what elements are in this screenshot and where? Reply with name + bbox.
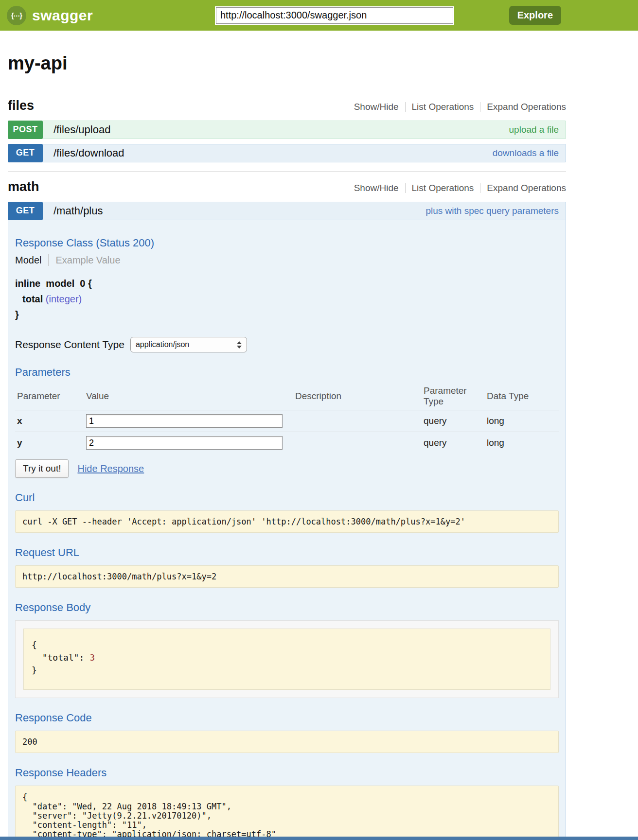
model-property: total (integer) bbox=[22, 291, 559, 307]
request-url-heading: Request URL bbox=[15, 546, 559, 559]
col-description: Description bbox=[293, 383, 422, 410]
param-description bbox=[293, 432, 422, 454]
operation-row-get-math-plus[interactable]: GET /math/plus plus with spec query para… bbox=[8, 202, 566, 220]
math-section-header: math Show/Hide List Operations Expand Op… bbox=[8, 179, 566, 194]
endpoint-path[interactable]: /math/plus bbox=[53, 205, 103, 217]
json-number-value: 3 bbox=[89, 652, 95, 663]
operation-detail-panel: Response Class (Status 200) Model Exampl… bbox=[8, 220, 566, 840]
headers-line: "date": "Wed, 22 Aug 2018 18:49:13 GMT", bbox=[22, 802, 231, 811]
model-close-brace: } bbox=[15, 307, 559, 322]
endpoint-summary[interactable]: upload a file bbox=[509, 124, 559, 135]
select-arrows-icon bbox=[237, 341, 242, 349]
section-title-math: math bbox=[8, 179, 39, 194]
response-content-type-select[interactable]: application/json bbox=[130, 337, 247, 352]
headers-line: { bbox=[22, 792, 27, 802]
response-code-block: 200 bbox=[15, 731, 559, 753]
math-expand-operations-link[interactable]: Expand Operations bbox=[480, 183, 566, 193]
response-content-type-label: Response Content Type bbox=[15, 339, 124, 350]
data-type-cell: long bbox=[485, 410, 559, 432]
spec-url-input[interactable] bbox=[216, 7, 453, 24]
try-it-out-button[interactable]: Try it out! bbox=[15, 459, 69, 478]
col-parameter-type: Parameter Type bbox=[422, 383, 485, 410]
col-data-type: Data Type bbox=[485, 383, 559, 410]
curl-heading: Curl bbox=[15, 491, 559, 504]
model-tabs: Model Example Value bbox=[15, 254, 559, 266]
swagger-logo-text: swagger bbox=[32, 7, 93, 24]
param-row-x: x query long bbox=[15, 410, 559, 432]
curl-command-block: curl -X GET --header 'Accept: applicatio… bbox=[15, 510, 559, 533]
method-badge-get: GET bbox=[8, 202, 43, 220]
data-type-cell: long bbox=[485, 432, 559, 454]
bottom-bar bbox=[0, 837, 638, 840]
files-expand-operations-link[interactable]: Expand Operations bbox=[480, 102, 566, 112]
param-type-cell: query bbox=[422, 432, 485, 454]
model-property-name: total bbox=[22, 294, 43, 304]
headers-line: "content-length": "11", bbox=[22, 820, 147, 830]
response-content-type-value: application/json bbox=[136, 340, 189, 349]
param-description bbox=[293, 410, 422, 432]
param-name: y bbox=[15, 432, 84, 454]
math-show-hide-link[interactable]: Show/Hide bbox=[348, 183, 405, 193]
operation-row-post-files-upload[interactable]: POST /files/upload upload a file bbox=[8, 121, 566, 139]
header-bar: {⋯} swagger Explore bbox=[0, 0, 638, 31]
response-body-heading: Response Body bbox=[15, 601, 559, 614]
method-badge-post: POST bbox=[8, 121, 43, 139]
swagger-logo[interactable]: {⋯} swagger bbox=[7, 6, 216, 25]
math-list-operations-link[interactable]: List Operations bbox=[406, 183, 480, 193]
endpoint-summary[interactable]: downloads a file bbox=[493, 148, 559, 158]
endpoint-path[interactable]: /files/download bbox=[53, 147, 124, 159]
param-name: x bbox=[15, 410, 84, 432]
col-value: Value bbox=[84, 383, 293, 410]
parameters-header-row: Parameter Value Description Parameter Ty… bbox=[15, 383, 559, 410]
headers-line: "server": "Jetty(9.2.21.v20170120)", bbox=[22, 811, 212, 821]
response-headers-block: { "date": "Wed, 22 Aug 2018 18:49:13 GMT… bbox=[15, 786, 559, 840]
param-y-value-input[interactable] bbox=[86, 436, 283, 450]
endpoint-path[interactable]: /files/upload bbox=[53, 123, 110, 136]
response-class-heading: Response Class (Status 200) bbox=[15, 237, 559, 249]
json-open-brace: { bbox=[32, 640, 37, 650]
explore-button[interactable]: Explore bbox=[509, 6, 561, 25]
response-body-wrapper: { "total": 3 } bbox=[15, 620, 559, 698]
request-url-block: http://localhost:3000/math/plus?x=1&y=2 bbox=[15, 565, 559, 588]
files-section-header: files Show/Hide List Operations Expand O… bbox=[8, 98, 566, 113]
response-code-heading: Response Code bbox=[15, 712, 559, 724]
section-title-files: files bbox=[8, 98, 34, 113]
files-list-operations-link[interactable]: List Operations bbox=[406, 102, 480, 112]
model-definition: inline_model_0 { total (integer) } bbox=[15, 276, 559, 322]
operation-row-get-files-download[interactable]: GET /files/download downloads a file bbox=[8, 144, 566, 162]
response-headers-heading: Response Headers bbox=[15, 767, 559, 779]
endpoint-summary[interactable]: plus with spec query parameters bbox=[425, 206, 559, 216]
json-close-brace: } bbox=[32, 665, 37, 675]
parameters-table: Parameter Value Description Parameter Ty… bbox=[15, 383, 559, 454]
response-body-block: { "total": 3 } bbox=[23, 629, 550, 690]
json-key: "total": bbox=[32, 652, 89, 663]
model-property-type: (integer) bbox=[46, 294, 82, 304]
page-title: my-api bbox=[8, 53, 566, 74]
tab-separator bbox=[48, 254, 49, 266]
parameters-heading: Parameters bbox=[15, 366, 559, 379]
files-show-hide-link[interactable]: Show/Hide bbox=[348, 102, 405, 112]
hide-response-link[interactable]: Hide Response bbox=[77, 463, 144, 474]
param-type-cell: query bbox=[422, 410, 485, 432]
method-badge-get: GET bbox=[8, 144, 43, 162]
section-divider bbox=[8, 171, 566, 172]
tab-example-value[interactable]: Example Value bbox=[55, 255, 120, 266]
param-row-y: y query long bbox=[15, 432, 559, 454]
col-parameter: Parameter bbox=[15, 383, 84, 410]
model-name-line: inline_model_0 { bbox=[15, 276, 559, 291]
tab-model[interactable]: Model bbox=[15, 255, 41, 266]
param-x-value-input[interactable] bbox=[86, 414, 283, 428]
swagger-braces-icon: {⋯} bbox=[7, 6, 26, 25]
